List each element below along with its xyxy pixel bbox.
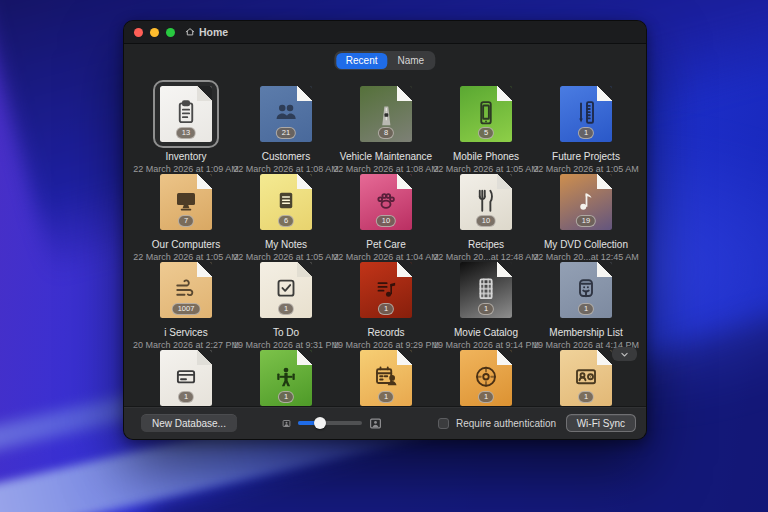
database-icon-frame[interactable]: 19: [553, 168, 619, 236]
slider-thumb[interactable]: [314, 417, 326, 429]
database-item[interactable]: 1 Movie Catalog 19 March 2026 at 9:14 PM: [436, 256, 536, 344]
database-icon-frame[interactable]: 1: [353, 256, 419, 324]
database-name: Vehicle Maintenance: [340, 151, 432, 162]
record-count-badge: 8: [378, 127, 394, 140]
title-bar[interactable]: Home: [124, 21, 646, 44]
database-icon-frame[interactable]: 1: [253, 256, 319, 324]
document-icon: 1007: [160, 262, 212, 318]
database-item[interactable]: 6 My Notes 22 March 2026 at 1:05 AM: [236, 168, 336, 256]
home-icon: [185, 27, 195, 37]
contact-card-icon: [571, 362, 601, 392]
scroll-down-button[interactable]: [612, 347, 637, 361]
record-count-badge: 13: [176, 127, 196, 140]
record-count-badge: 1: [278, 303, 294, 316]
page-fold: [297, 86, 312, 101]
fork-knife-icon: [471, 186, 501, 216]
checkbox-check-icon: [271, 274, 301, 304]
page-fold: [497, 262, 512, 277]
new-database-button[interactable]: New Database...: [141, 414, 237, 432]
database-icon-frame[interactable]: 7: [153, 168, 219, 236]
database-item[interactable]: 10 Pet Care 22 March 2026 at 1:04 AM: [336, 168, 436, 256]
page-fold: [597, 350, 612, 365]
wind-icon: [171, 274, 201, 304]
record-count-badge: 1: [278, 391, 294, 404]
database-icon-frame[interactable]: 10: [353, 168, 419, 236]
small-size-icon: [282, 419, 291, 428]
document-icon: 5: [460, 86, 512, 142]
disc-icon: [471, 362, 501, 392]
record-count-badge: 6: [278, 215, 294, 228]
database-item[interactable]: 5 Mobile Phones 22 March 2026 at 1:05 AM: [436, 80, 536, 168]
database-item[interactable]: 19 My DVD Collection 22 March 20...at 12…: [536, 168, 636, 256]
document-icon: 1: [560, 350, 612, 406]
database-icon-frame[interactable]: 6: [253, 168, 319, 236]
document-icon: 19: [560, 174, 612, 230]
database-icon-frame[interactable]: 1: [553, 344, 619, 412]
road-photo-icon: [371, 98, 401, 128]
phone-icon: [471, 98, 501, 128]
database-item[interactable]: 1 To Do 19 March 2026 at 9:31 PM: [236, 256, 336, 344]
database-item[interactable]: 1 Membership List 19 March 2026 at 4:14 …: [536, 256, 636, 344]
database-icon-frame[interactable]: 10: [453, 168, 519, 236]
database-name: Customers: [262, 151, 310, 162]
record-count-badge: 10: [476, 215, 496, 228]
database-item[interactable]: 1007 i Services 20 March 2026 at 2:27 PM: [136, 256, 236, 344]
record-count-badge: 1: [578, 303, 594, 316]
record-count-badge: 1: [378, 391, 394, 404]
page-fold: [297, 262, 312, 277]
page-fold: [397, 174, 412, 189]
database-item[interactable]: 7 Our Computers 22 March 2026 at 1:05 AM: [136, 168, 236, 256]
database-icon-frame[interactable]: 1: [253, 344, 319, 412]
document-icon: 6: [260, 174, 312, 230]
database-name: Movie Catalog: [454, 327, 518, 338]
app-window: Home Recent Name 13 Inventory 22 March 2…: [123, 20, 647, 440]
document-icon: 1: [260, 262, 312, 318]
database-icon-frame[interactable]: 1007: [153, 256, 219, 324]
icon-size-slider[interactable]: [298, 421, 362, 425]
ruler-pencil-icon: [571, 98, 601, 128]
database-icon-frame[interactable]: 13: [153, 80, 219, 148]
close-button[interactable]: [134, 28, 143, 37]
wifi-sync-button[interactable]: Wi-Fi Sync: [566, 414, 636, 432]
database-icon-frame[interactable]: 1: [553, 80, 619, 148]
document-icon: 1: [460, 350, 512, 406]
database-icon-frame[interactable]: 1: [453, 256, 519, 324]
tab-recent[interactable]: Recent: [336, 53, 388, 69]
icon-size-slider-group: [282, 407, 382, 439]
bottom-toolbar: New Database... Require authentication W…: [124, 406, 646, 439]
database-name: Pet Care: [366, 239, 405, 250]
database-item[interactable]: 8 Vehicle Maintenance 22 March 2026 at 1…: [336, 80, 436, 168]
note-icon: [271, 186, 301, 216]
record-count-badge: 10: [376, 215, 396, 228]
zoom-button[interactable]: [166, 28, 175, 37]
record-count-badge: 7: [178, 215, 194, 228]
database-icon-frame[interactable]: 8: [353, 80, 419, 148]
document-icon: 1: [360, 262, 412, 318]
calendar-person-icon: [371, 362, 401, 392]
database-icon-frame[interactable]: 5: [453, 80, 519, 148]
require-auth-checkbox[interactable]: [438, 418, 449, 429]
database-item[interactable]: 13 Inventory 22 March 2026 at 1:09 AM: [136, 80, 236, 168]
database-icon-frame[interactable]: 21: [253, 80, 319, 148]
clipboard-icon: [171, 98, 201, 128]
database-name: Membership List: [549, 327, 622, 338]
member-face-icon: [571, 274, 601, 304]
document-icon: 10: [360, 174, 412, 230]
database-name: My Notes: [265, 239, 307, 250]
page-fold: [397, 86, 412, 101]
database-item[interactable]: 10 Recipes 22 March 20...at 12:48 AM: [436, 168, 536, 256]
record-count-badge: 5: [478, 127, 494, 140]
page-fold: [397, 262, 412, 277]
minimize-button[interactable]: [150, 28, 159, 37]
database-icon-frame[interactable]: 1: [453, 344, 519, 412]
database-name: My DVD Collection: [544, 239, 628, 250]
database-icon-frame[interactable]: 1: [553, 256, 619, 324]
database-icon-frame[interactable]: 1: [353, 344, 419, 412]
database-item[interactable]: 21 Customers 22 March 2026 at 1:08 AM: [236, 80, 336, 168]
document-icon: 1: [560, 86, 612, 142]
tab-name[interactable]: Name: [388, 53, 435, 69]
database-item[interactable]: 1 Future Projects 22 March 2026 at 1:05 …: [536, 80, 636, 168]
monitor-icon: [171, 186, 201, 216]
database-item[interactable]: 1 Records 19 March 2026 at 9:29 PM: [336, 256, 436, 344]
database-icon-frame[interactable]: 1: [153, 344, 219, 412]
